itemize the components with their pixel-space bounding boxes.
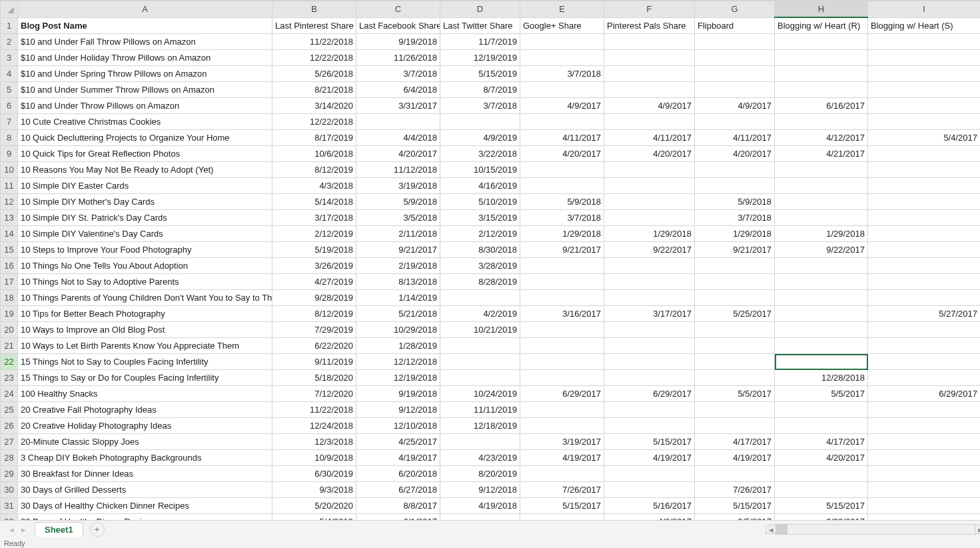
cell[interactable]: [695, 370, 775, 386]
cell[interactable]: [695, 50, 775, 66]
row-header[interactable]: 15: [1, 242, 18, 258]
row-header[interactable]: 11: [1, 178, 18, 194]
cell[interactable]: 6/29/2017: [520, 386, 604, 402]
row-header[interactable]: 14: [1, 226, 18, 242]
cell[interactable]: [604, 338, 695, 354]
cell[interactable]: 3/16/2017: [520, 306, 604, 322]
cell[interactable]: [520, 322, 604, 338]
cell[interactable]: 7/29/2019: [272, 322, 356, 338]
cell[interactable]: 5/20/2020: [272, 498, 356, 514]
cell[interactable]: [868, 226, 981, 242]
row-header[interactable]: 13: [1, 210, 18, 226]
cell[interactable]: 3/7/2018: [356, 66, 440, 82]
cell[interactable]: [520, 354, 604, 370]
sheet-tab-active[interactable]: Sheet1: [35, 522, 83, 537]
cell[interactable]: 8/20/2019: [440, 466, 520, 482]
cell[interactable]: 3/14/2020: [272, 98, 356, 114]
cell[interactable]: [775, 338, 868, 354]
cell[interactable]: 9/21/2017: [520, 242, 604, 258]
cell[interactable]: [520, 258, 604, 274]
cell[interactable]: [868, 274, 981, 290]
cell[interactable]: [440, 290, 520, 306]
cell[interactable]: [520, 114, 604, 130]
cell[interactable]: 9/22/2017: [775, 242, 868, 258]
cell[interactable]: 10 Reasons You May Not Be Ready to Adopt…: [18, 162, 272, 178]
cell[interactable]: $10 and Under Summer Throw Pillows on Am…: [18, 82, 272, 98]
cell[interactable]: 3/31/2017: [356, 98, 440, 114]
row-header[interactable]: 27: [1, 434, 18, 450]
cell[interactable]: 12/12/2018: [356, 354, 440, 370]
cell[interactable]: 15 Things to Say or Do for Couples Facin…: [18, 370, 272, 386]
cell[interactable]: [604, 322, 695, 338]
cell[interactable]: 10 Simple DIY St. Patrick's Day Cards: [18, 210, 272, 226]
row-header[interactable]: 16: [1, 258, 18, 274]
cell[interactable]: 1/28/2019: [356, 338, 440, 354]
cell[interactable]: 10/29/2018: [356, 322, 440, 338]
cell[interactable]: 1/14/2019: [356, 290, 440, 306]
cell[interactable]: [695, 82, 775, 98]
cell[interactable]: 3/7/2018: [695, 210, 775, 226]
cell[interactable]: [775, 290, 868, 306]
cell[interactable]: 3/5/2018: [356, 210, 440, 226]
row-header[interactable]: 25: [1, 402, 18, 418]
cell[interactable]: [604, 482, 695, 498]
cell[interactable]: 9/19/2018: [356, 34, 440, 50]
cell[interactable]: 6/4/2018: [356, 82, 440, 98]
cell[interactable]: [440, 338, 520, 354]
cell[interactable]: 4/20/2017: [356, 146, 440, 162]
cell[interactable]: 5/5/2017: [695, 386, 775, 402]
cell[interactable]: [604, 370, 695, 386]
row-header[interactable]: 28: [1, 450, 18, 466]
scroll-thumb[interactable]: [775, 525, 787, 534]
cell[interactable]: [695, 258, 775, 274]
cell[interactable]: [604, 354, 695, 370]
cell[interactable]: 5/4/2017: [868, 130, 981, 146]
cell[interactable]: 10 Ways to Let Birth Parents Know You Ap…: [18, 338, 272, 354]
cell[interactable]: 6/20/2018: [356, 466, 440, 482]
cell[interactable]: [695, 178, 775, 194]
cell[interactable]: 4/16/2019: [440, 178, 520, 194]
cell[interactable]: [695, 466, 775, 482]
row-header[interactable]: 24: [1, 386, 18, 402]
cell[interactable]: 5/15/2017: [604, 434, 695, 450]
cell[interactable]: [520, 290, 604, 306]
cell[interactable]: 100 Healthy Snacks: [18, 386, 272, 402]
cell[interactable]: [695, 418, 775, 434]
cell[interactable]: [868, 482, 981, 498]
cell[interactable]: 10/6/2018: [272, 146, 356, 162]
cell[interactable]: 4/20/2017: [695, 146, 775, 162]
cell[interactable]: [868, 354, 981, 370]
cell[interactable]: 9/11/2019: [272, 354, 356, 370]
cell[interactable]: 4/4/2018: [356, 130, 440, 146]
cell[interactable]: [356, 114, 440, 130]
cell[interactable]: [695, 338, 775, 354]
cell[interactable]: 10/24/2019: [440, 386, 520, 402]
cell[interactable]: [604, 34, 695, 50]
cell[interactable]: [440, 370, 520, 386]
new-sheet-button[interactable]: ＋: [90, 522, 105, 537]
cell[interactable]: $10 and Under Spring Throw Pillows on Am…: [18, 66, 272, 82]
cell[interactable]: 10 Simple DIY Valentine's Day Cards: [18, 226, 272, 242]
cell[interactable]: 6/29/2017: [868, 386, 981, 402]
row-header[interactable]: 6: [1, 98, 18, 114]
row-header[interactable]: 20: [1, 322, 18, 338]
cell[interactable]: 12/19/2018: [356, 370, 440, 386]
cell[interactable]: [520, 34, 604, 50]
cell[interactable]: [868, 498, 981, 514]
cell[interactable]: Last Twitter Share: [440, 17, 520, 34]
row-header[interactable]: 7: [1, 114, 18, 130]
cell[interactable]: 12/3/2018: [272, 434, 356, 450]
cell[interactable]: 5/9/2018: [520, 194, 604, 210]
cell[interactable]: [775, 194, 868, 210]
cell[interactable]: 30 Breakfast for Dinner Ideas: [18, 466, 272, 482]
cell[interactable]: [775, 258, 868, 274]
cell[interactable]: [868, 290, 981, 306]
cell[interactable]: Blogging w/ Heart (R): [775, 17, 868, 34]
row-header[interactable]: 17: [1, 274, 18, 290]
cell[interactable]: 3/19/2018: [356, 178, 440, 194]
cell[interactable]: 4/27/2019: [272, 274, 356, 290]
cell[interactable]: 4/11/2017: [695, 130, 775, 146]
cell[interactable]: [520, 338, 604, 354]
cell[interactable]: 1/29/2018: [604, 226, 695, 242]
cell[interactable]: [604, 114, 695, 130]
